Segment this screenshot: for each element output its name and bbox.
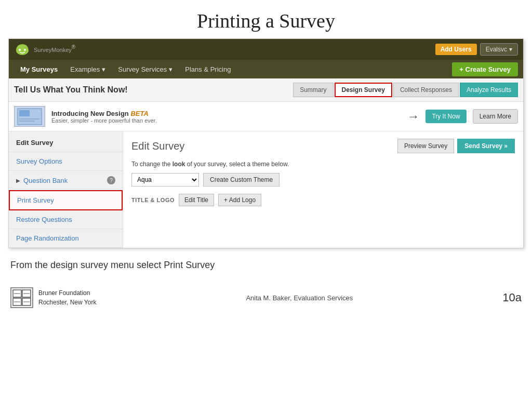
add-users-button[interactable]: Add Users — [435, 44, 477, 55]
tab-design-survey[interactable]: Design Survey — [335, 83, 392, 97]
chevron-down-icon: ▾ — [509, 46, 512, 53]
title-logo-label: TITLE & LOGO — [131, 197, 175, 203]
title-logo-row: TITLE & LOGO Edit Title + Add Logo — [131, 194, 515, 206]
content-header: Edit Survey Preview Survey Send Survey » — [131, 139, 515, 153]
nav-links: My Surveys Examples ▾ Survey Services ▾ … — [14, 60, 237, 78]
create-survey-button[interactable]: + Create Survey — [452, 62, 518, 76]
content-area: Edit Survey Preview Survey Send Survey »… — [123, 131, 523, 248]
survey-name: Tell Us What You Think Now! — [14, 85, 128, 95]
help-icon: ? — [107, 176, 115, 184]
logo-area: SurveyMonkey® — [14, 42, 75, 57]
add-logo-button[interactable]: + Add Logo — [218, 194, 261, 206]
arrow-icon: → — [407, 109, 419, 124]
evalsvc-button[interactable]: Evalsvc ▾ — [480, 43, 518, 56]
svg-point-1 — [19, 49, 21, 51]
logo-text: SurveyMonkey® — [34, 44, 75, 54]
preview-survey-button[interactable]: Preview Survey — [397, 139, 454, 153]
send-survey-button[interactable]: Send Survey » — [457, 139, 515, 153]
main-content: Edit Survey Survey Options ▶ Question Ba… — [9, 131, 523, 248]
slide-number: 10a — [502, 291, 522, 304]
try-it-now-button[interactable]: Try It Now — [425, 110, 466, 123]
chevron-icon-examples: ▾ — [102, 65, 105, 73]
tab-collect-responses[interactable]: Collect Responses — [393, 83, 459, 97]
beta-banner: Introducing New Design BETA Easier, simp… — [9, 102, 523, 131]
top-nav-right: Add Users Evalsvc ▾ — [435, 43, 518, 56]
footer-left: Bruner Foundation Rochester, New York — [10, 287, 96, 308]
create-custom-theme-button[interactable]: Create Custom Theme — [203, 173, 280, 187]
sidebar-page-randomization[interactable]: Page Randomization — [9, 229, 123, 248]
beta-subtitle: Easier, simpler - more powerful than eve… — [51, 117, 401, 124]
beta-thumb-icon — [17, 108, 43, 126]
theme-description: To change the look of your survey, selec… — [131, 161, 515, 168]
bruner-logo-icon — [12, 289, 31, 306]
beta-title: Introducing New Design BETA — [51, 110, 401, 117]
triangle-icon: ▶ — [16, 178, 20, 183]
beta-thumbnail — [14, 106, 45, 127]
sidebar-print-survey[interactable]: Print Survey — [9, 190, 123, 210]
theme-selector[interactable]: Aqua — [131, 173, 199, 187]
sidebar-survey-options[interactable]: Survey Options — [9, 152, 123, 171]
second-nav-bar: My Surveys Examples ▾ Survey Services ▾ … — [9, 60, 523, 78]
page-title: Printing a Survey — [0, 9, 532, 32]
sidebar-question-bank[interactable]: ▶ Question Bank ? — [9, 171, 123, 190]
edit-title-button[interactable]: Edit Title — [179, 194, 214, 206]
nav-survey-services[interactable]: Survey Services ▾ — [112, 60, 179, 78]
nav-examples[interactable]: Examples ▾ — [64, 60, 112, 78]
chevron-icon-services: ▾ — [169, 65, 172, 73]
screenshot-container: SurveyMonkey® Add Users Evalsvc ▾ My Sur… — [8, 38, 524, 248]
sidebar-edit-survey[interactable]: Edit Survey — [9, 134, 123, 152]
svg-point-0 — [16, 46, 29, 55]
svg-point-2 — [24, 49, 26, 51]
svg-rect-4 — [19, 110, 30, 116]
footer-logo-box — [10, 287, 33, 308]
beta-description: Introducing New Design BETA Easier, simp… — [51, 110, 401, 124]
tab-analyze-results[interactable]: Analyze Results — [460, 83, 518, 97]
top-nav-bar: SurveyMonkey® Add Users Evalsvc ▾ — [9, 39, 523, 60]
learn-more-button[interactable]: Learn More — [473, 109, 518, 124]
nav-plans-pricing[interactable]: Plans & Pricing — [179, 60, 237, 78]
nav-my-surveys[interactable]: My Surveys — [14, 60, 64, 78]
tab-summary[interactable]: Summary — [293, 83, 333, 97]
footer-org-text: Bruner Foundation Rochester, New York — [38, 288, 96, 307]
survey-tabs: Summary Design Survey Collect Responses … — [293, 83, 518, 97]
sidebar: Edit Survey Survey Options ▶ Question Ba… — [9, 131, 123, 248]
survey-header: Tell Us What You Think Now! Summary Desi… — [9, 78, 523, 102]
theme-controls: Aqua Create Custom Theme — [131, 173, 515, 187]
edit-survey-heading: Edit Survey — [131, 140, 184, 152]
surveymonkey-logo-icon — [14, 42, 31, 57]
caption-text: From the design survey menu select Print… — [10, 260, 522, 271]
content-header-buttons: Preview Survey Send Survey » — [397, 139, 515, 153]
sidebar-restore-questions[interactable]: Restore Questions — [9, 210, 123, 229]
footer: Bruner Foundation Rochester, New York An… — [0, 279, 532, 313]
footer-center-text: Anita M. Baker, Evaluation Services — [246, 294, 353, 302]
